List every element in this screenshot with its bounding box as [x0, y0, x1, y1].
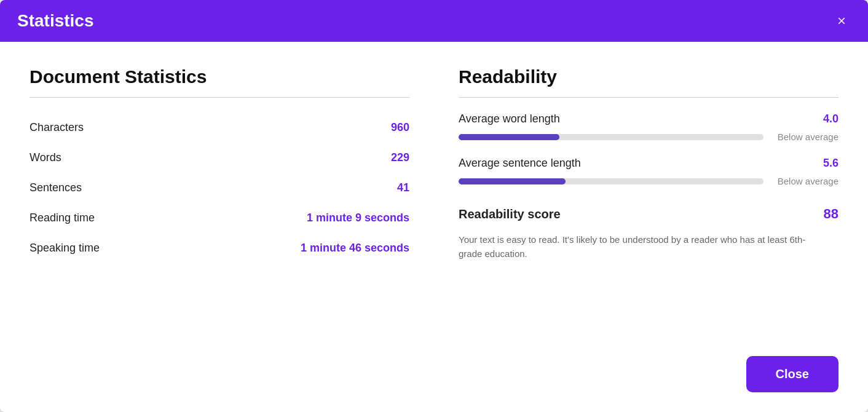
- stat-label-words: Words: [30, 151, 61, 164]
- readability-score-row: Readability score 88 Your text is easy t…: [459, 206, 838, 261]
- header-close-button[interactable]: ×: [832, 11, 851, 31]
- readability-score-header: Readability score 88: [459, 206, 838, 222]
- stat-row-words: Words 229: [30, 143, 409, 173]
- stat-value-characters: 960: [391, 121, 409, 134]
- document-statistics-title: Document Statistics: [30, 66, 409, 87]
- avg-word-length-header: Average word length 4.0: [459, 113, 838, 125]
- avg-sentence-length-header: Average sentence length 5.6: [459, 157, 838, 170]
- doc-stats-divider: [30, 97, 409, 98]
- stat-value-reading-time: 1 minute 9 seconds: [307, 212, 409, 224]
- avg-word-length-row: Average word length 4.0 Below average: [459, 113, 838, 145]
- avg-word-length-value: 4.0: [823, 113, 838, 125]
- stat-value-words: 229: [391, 151, 409, 164]
- avg-word-length-label: Average word length: [459, 113, 560, 125]
- readability-score-value: 88: [824, 206, 838, 222]
- stat-value-speaking-time: 1 minute 46 seconds: [301, 242, 409, 255]
- avg-sentence-length-progress-bar: [459, 178, 566, 184]
- document-statistics-section: Document Statistics Characters 960 Words…: [30, 66, 409, 336]
- avg-sentence-length-status: Below average: [771, 176, 838, 186]
- readability-score-label: Readability score: [459, 207, 561, 221]
- modal-header: Statistics ×: [0, 0, 868, 42]
- modal-title: Statistics: [17, 11, 94, 31]
- avg-word-length-progress-container: Below average: [459, 132, 838, 142]
- close-button[interactable]: Close: [746, 356, 838, 392]
- avg-word-length-progress-bar-wrap: [459, 134, 763, 140]
- readability-divider: [459, 97, 838, 98]
- stat-row-reading-time: Reading time 1 minute 9 seconds: [30, 203, 409, 233]
- avg-word-length-progress-bar: [459, 134, 559, 140]
- statistics-modal: Statistics × Document Statistics Charact…: [0, 0, 868, 412]
- modal-footer: Close: [0, 356, 868, 412]
- stat-row-sentences: Sentences 41: [30, 173, 409, 203]
- avg-word-length-status: Below average: [771, 132, 838, 142]
- stat-label-characters: Characters: [30, 121, 84, 134]
- stat-label-reading-time: Reading time: [30, 212, 95, 224]
- stat-value-sentences: 41: [397, 181, 409, 194]
- readability-section: Readability Average word length 4.0 Belo…: [459, 66, 838, 336]
- stat-label-speaking-time: Speaking time: [30, 242, 100, 255]
- stat-row-speaking-time: Speaking time 1 minute 46 seconds: [30, 233, 409, 263]
- avg-sentence-length-row: Average sentence length 5.6 Below averag…: [459, 157, 838, 189]
- avg-sentence-length-value: 5.6: [823, 157, 838, 170]
- readability-score-description: Your text is easy to read. It's likely t…: [459, 233, 827, 261]
- modal-body: Document Statistics Characters 960 Words…: [0, 42, 868, 356]
- stat-label-sentences: Sentences: [30, 181, 82, 194]
- stat-row-characters: Characters 960: [30, 113, 409, 143]
- avg-sentence-length-progress-bar-wrap: [459, 178, 763, 184]
- avg-sentence-length-progress-container: Below average: [459, 176, 838, 186]
- avg-sentence-length-label: Average sentence length: [459, 157, 581, 170]
- readability-title: Readability: [459, 66, 838, 87]
